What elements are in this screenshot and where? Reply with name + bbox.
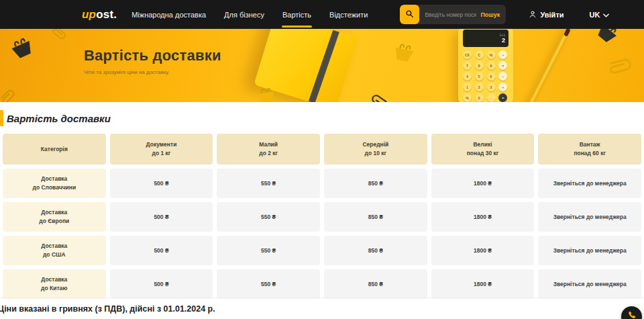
price-value: 1800 ₴: [474, 246, 492, 255]
price-cell: 500 ₴: [110, 236, 213, 265]
calculator-result: 2: [502, 37, 505, 44]
price-cell: 500 ₴: [110, 202, 213, 232]
search-submit-button[interactable]: Пошук: [479, 11, 506, 18]
price-cell: 850 ₴: [324, 202, 427, 232]
nav-item-international[interactable]: Міжнародна доставка: [131, 0, 206, 29]
price-value: 850 ₴: [368, 179, 383, 188]
section-header: Вартість доставки: [0, 109, 644, 127]
table-row: Доставка до Китаю 500 ₴ 550 ₴ 850 ₴ 1800…: [3, 269, 641, 299]
hero-title: Вартість доставки: [84, 47, 221, 64]
nav-item-tracking[interactable]: Відстежити: [329, 0, 368, 29]
tracking-search: Пошук: [400, 5, 506, 24]
user-icon: [529, 10, 537, 19]
navbar: upost. Міжнародна доставка Для бізнесу В…: [0, 0, 644, 29]
category-line2: до Словаччини: [33, 183, 76, 192]
price-cell-contact-manager: Зверніться до менеджера: [538, 236, 641, 265]
hero-subtitle: Чіткі та зрозумілі ціни на доставку.: [84, 69, 221, 75]
search-input[interactable]: [419, 11, 479, 18]
paper-clip-icon: [366, 87, 396, 102]
login-label: Увійти: [540, 11, 564, 19]
phone-icon: [627, 310, 637, 319]
price-value: 500 ₴: [154, 179, 168, 188]
calculator-key: 7: [463, 61, 472, 70]
column-subtitle: понад 30 кг: [467, 149, 499, 158]
price-cell-contact-manager: Зверніться до менеджера: [538, 202, 641, 232]
hero-banner: 1+1 2 CEC%÷789×456−123+%0.= Вартість дос…: [0, 29, 644, 102]
price-cell: 550 ₴: [217, 269, 320, 299]
footer: Ціни вказані в гривнях (з ПДВ), дійсні з…: [0, 298, 644, 319]
calculator-key: 9: [487, 61, 496, 70]
price-value: 550 ₴: [261, 213, 276, 222]
phone-call-button[interactable]: [621, 306, 642, 319]
column-title: Вантаж: [580, 140, 600, 149]
calculator-buttons: CEC%÷789×456−123+%0.=: [463, 50, 508, 102]
logo-rest: ost.: [96, 8, 117, 21]
calculator-key: 5: [475, 72, 484, 81]
calculator-screen: 1+1 2: [463, 30, 508, 47]
search-button-icon-box[interactable]: [400, 5, 419, 24]
calculator-graphic: 1+1 2 CEC%÷789×456−123+%0.=: [458, 29, 513, 102]
category-line1: Доставка: [41, 208, 67, 217]
notebook-band: [304, 29, 342, 102]
column-header-cargo: Вантаж понад 60 кг: [538, 134, 641, 165]
row-category-slovakia: Доставка до Словаччини: [3, 169, 106, 198]
column-header-medium: Середній до 10 кг: [324, 134, 427, 165]
calculator-key: .: [487, 93, 496, 102]
category-line1: Доставка: [41, 275, 67, 284]
category-line1: Доставка: [41, 175, 67, 183]
binder-clip-icon: [390, 40, 417, 66]
section-title: Вартість доставки: [7, 113, 111, 124]
calculator-key: 1: [463, 83, 472, 91]
table-row: Доставка до Європи 500 ₴ 550 ₴ 850 ₴ 180…: [3, 202, 641, 232]
row-category-europe: Доставка до Європи: [3, 202, 106, 232]
price-cell: 1800 ₴: [431, 269, 535, 299]
price-cell: 500 ₴: [110, 269, 213, 299]
paper-clip-icon: [600, 50, 637, 86]
nav-item-business[interactable]: Для бізнесу: [224, 0, 264, 29]
calculator-key: −: [498, 72, 507, 81]
language-label: UK: [590, 11, 600, 19]
calculator-key: ÷: [498, 50, 507, 59]
price-value: 850 ₴: [368, 246, 383, 255]
price-cell: 550 ₴: [217, 202, 320, 232]
calculator-key: 6: [487, 72, 496, 81]
calculator-key: %: [463, 93, 472, 102]
price-cell: 1800 ₴: [431, 236, 535, 265]
price-cell: 1800 ₴: [431, 169, 535, 198]
column-subtitle: до 1 кг: [152, 149, 171, 158]
calculator-key: 8: [475, 61, 484, 70]
price-value: Зверніться до менеджера: [553, 280, 627, 289]
category-line1: Доставка: [41, 242, 67, 250]
column-subtitle: до 2 кг: [259, 149, 278, 158]
price-cell: 850 ₴: [324, 169, 427, 198]
hero-text: Вартість доставки Чіткі та зрозумілі цін…: [84, 47, 221, 75]
binder-clip-icon: [592, 29, 623, 48]
nav-item-pricing[interactable]: Вартість: [282, 0, 311, 29]
binder-clip-icon: [7, 33, 38, 64]
calculator-key: =: [498, 93, 507, 102]
column-header-documents: Документи до 1 кг: [110, 134, 213, 165]
price-cell: 550 ₴: [217, 236, 320, 265]
calculator-key: 0: [475, 93, 484, 102]
price-cell: 850 ₴: [324, 269, 427, 299]
price-value: Зверніться до менеджера: [553, 213, 627, 222]
column-title: Середній: [362, 140, 388, 149]
price-value: 550 ₴: [261, 280, 276, 289]
price-value: 850 ₴: [368, 280, 383, 289]
column-header-large: Великі понад 30 кг: [431, 134, 535, 165]
price-cell: 1800 ₴: [431, 202, 535, 232]
row-category-china: Доставка до Китаю: [3, 269, 106, 299]
table-row: Доставка до США 500 ₴ 550 ₴ 850 ₴ 1800 ₴…: [3, 236, 641, 265]
logo[interactable]: upost.: [82, 8, 117, 21]
language-selector[interactable]: UK: [590, 11, 610, 19]
main-content: Вартість доставки Категорія Документи до…: [0, 102, 644, 299]
category-line2: до Китаю: [41, 284, 68, 293]
column-header-category: Категорія: [3, 134, 106, 165]
pricing-table: Категорія Документи до 1 кг Малий до 2 к…: [3, 134, 641, 299]
search-icon: [405, 9, 414, 21]
column-title: Документи: [146, 140, 177, 149]
calculator-key: +: [498, 83, 507, 91]
login-button[interactable]: Увійти: [529, 10, 564, 19]
price-value: 850 ₴: [368, 213, 383, 222]
price-value: Зверніться до менеджера: [553, 179, 627, 188]
